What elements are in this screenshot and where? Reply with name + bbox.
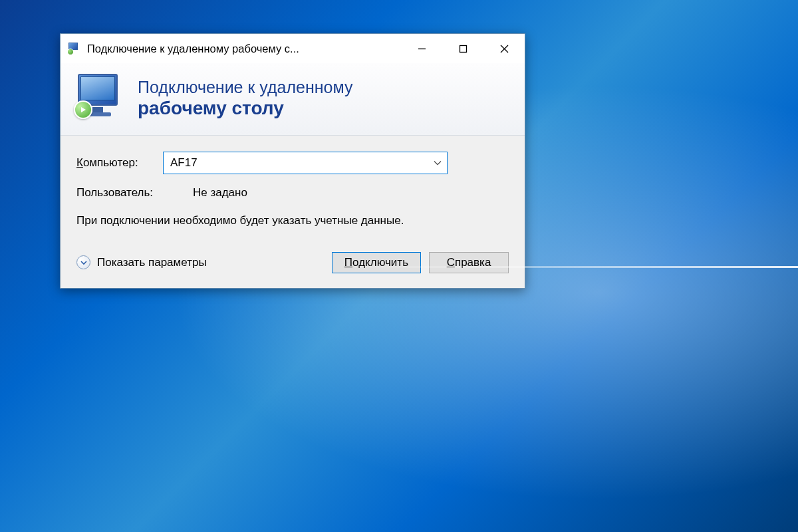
computer-row: Компьютер: — [76, 152, 509, 174]
content-area: Компьютер: Пользователь: Не задано При п… — [61, 136, 525, 252]
show-options-link[interactable]: Показать параметры — [76, 255, 207, 269]
header-line1: Подключение к удаленному — [138, 76, 353, 98]
user-row: Пользователь: Не задано — [76, 186, 509, 200]
minimize-icon — [418, 45, 426, 53]
window-title: Подключение к удаленному рабочему с... — [87, 43, 401, 55]
credentials-hint: При подключении необходимо будет указать… — [76, 213, 429, 229]
connect-button[interactable]: Подключить — [332, 252, 421, 273]
user-label: Пользователь: — [76, 186, 193, 200]
app-icon — [67, 42, 80, 55]
computer-input[interactable] — [170, 156, 434, 170]
titlebar[interactable]: Подключение к удаленному рабочему с... — [61, 34, 525, 63]
close-icon — [500, 45, 509, 53]
help-button[interactable]: Справка — [429, 252, 509, 273]
svg-rect-1 — [460, 45, 466, 52]
expand-down-icon — [76, 255, 90, 269]
computer-combobox[interactable] — [163, 152, 448, 174]
header-line2: рабочему столу — [138, 98, 353, 119]
close-button[interactable] — [483, 34, 525, 63]
rdp-dialog: Подключение к удаленному рабочему с... П… — [60, 33, 525, 289]
maximize-icon — [459, 45, 467, 53]
chevron-down-icon[interactable] — [434, 159, 442, 167]
footer: Показать параметры Подключить Справка — [61, 252, 525, 288]
header-text: Подключение к удаленному рабочему столу — [138, 76, 353, 120]
minimize-button[interactable] — [401, 34, 442, 63]
user-value: Не задано — [193, 186, 247, 200]
computer-label: Компьютер: — [76, 156, 163, 170]
maximize-button[interactable] — [442, 34, 483, 63]
rdp-icon — [74, 74, 126, 122]
header-panel: Подключение к удаленному рабочему столу — [61, 63, 525, 136]
